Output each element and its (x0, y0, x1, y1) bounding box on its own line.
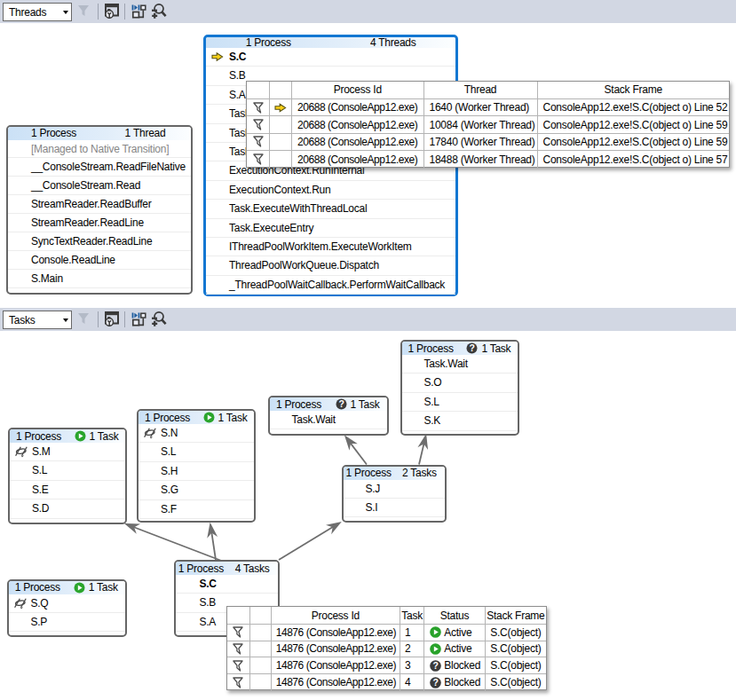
svg-text:?: ? (470, 342, 475, 353)
svg-text:?: ? (433, 677, 439, 688)
svg-text:?: ? (433, 660, 439, 671)
svg-text:?: ? (338, 398, 344, 409)
